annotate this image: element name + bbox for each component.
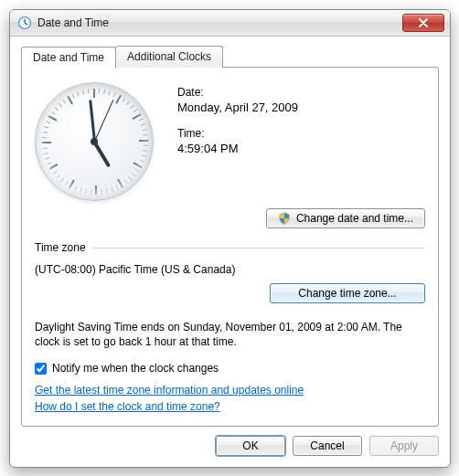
clock-tick-minor (140, 160, 144, 163)
analog-clock-container (35, 80, 172, 201)
clock-tick-minor (101, 190, 103, 195)
clock-hour-hand (92, 141, 111, 167)
cancel-button-label: Cancel (310, 439, 344, 452)
apply-button: Apply (369, 436, 439, 456)
clock-tick-minor (59, 103, 62, 107)
ok-button-label: OK (242, 439, 258, 452)
notify-row: Notify me when the clock changes (35, 362, 425, 375)
link-help-set-clock[interactable]: How do I set the clock and time zone? (35, 400, 220, 413)
timezone-header-label: Time zone (35, 241, 86, 254)
clock-tick-minor (42, 148, 47, 150)
divider (93, 248, 425, 249)
clock-tick-minor (55, 107, 59, 111)
date-value: Monday, April 27, 2009 (177, 100, 425, 114)
clock-tick-minor (91, 190, 92, 195)
tab-strip: Date and Time Additional Clocks (21, 46, 439, 68)
date-label: Date: (177, 86, 425, 99)
titlebar: Date and Time (10, 10, 450, 37)
clock-tick-minor (46, 121, 50, 123)
clock-tick-minor (99, 89, 101, 93)
time-value: 4:59:04 PM (177, 142, 425, 155)
analog-clock (35, 82, 154, 201)
tab-control: Date and Time Additional Clocks Date: (21, 46, 439, 427)
clock-tick-minor (139, 119, 144, 122)
window-title: Date and Time (37, 16, 109, 29)
clock-tick-minor (77, 91, 79, 96)
tab-date-and-time-label: Date and Time (33, 51, 104, 64)
link-timezone-updates[interactable]: Get the latest time zone information and… (35, 384, 304, 397)
clock-tick-minor (51, 111, 56, 115)
timezone-value: (UTC-08:00) Pacific Time (US & Canada) (35, 263, 425, 276)
clock-tick-minor (88, 89, 90, 93)
clock-icon (17, 16, 32, 30)
cancel-button[interactable]: Cancel (293, 436, 362, 456)
clock-tick-minor (143, 150, 147, 152)
clock-tick-major (115, 95, 122, 104)
ok-button[interactable]: OK (216, 436, 285, 456)
clock-tick-minor (144, 145, 148, 147)
clock-tick-major (93, 89, 95, 98)
clock-tick-minor (103, 90, 105, 94)
clock-tick-minor (82, 90, 84, 94)
clock-tick-major (67, 96, 73, 105)
clock-tick-major (133, 162, 143, 168)
clock-tick-minor (132, 173, 135, 176)
tab-date-and-time[interactable]: Date and Time (21, 47, 116, 69)
clock-minute-hand (89, 100, 96, 142)
clock-tick-minor (106, 188, 108, 193)
clock-tick-minor (133, 109, 138, 112)
clock-tick-major (48, 115, 58, 122)
clock-tick-minor (44, 126, 48, 128)
change-date-time-button[interactable]: Change date and time... (266, 208, 425, 228)
clock-tick-minor (43, 132, 48, 133)
clock-tick-minor (130, 105, 133, 109)
clock-tick-minor (142, 129, 146, 131)
change-time-zone-button-label: Change time zone... (298, 287, 396, 300)
clock-tick-minor (45, 157, 49, 159)
clock-hub (91, 138, 98, 145)
notify-checkbox[interactable] (35, 363, 47, 375)
clock-tick-major (49, 164, 59, 170)
dst-info-text: Daylight Saving Time ends on Sunday, Nov… (35, 320, 425, 349)
clock-tick-minor (126, 101, 130, 105)
clock-tick-major (42, 142, 51, 143)
change-date-time-button-label: Change date and time... (296, 212, 413, 225)
links-block: Get the latest time zone information and… (35, 384, 425, 417)
client-area: Date and Time Additional Clocks Date: (10, 37, 450, 467)
datetime-row: Date: Monday, April 27, 2009 Time: 4:59:… (35, 80, 425, 201)
clock-tick-minor (72, 93, 75, 98)
clock-tick-minor (123, 98, 126, 102)
clock-tick-major (133, 113, 142, 120)
clock-tick-minor (141, 123, 145, 125)
clock-tick-minor (111, 187, 112, 192)
clock-tick-minor (57, 175, 60, 178)
close-button[interactable] (402, 14, 444, 32)
clock-tick-minor (85, 189, 87, 194)
clock-tick-minor (144, 134, 148, 136)
tab-additional-clocks[interactable]: Additional Clocks (115, 46, 223, 68)
clock-second-hand (94, 100, 113, 142)
timezone-header: Time zone (35, 241, 425, 254)
clock-tick-minor (43, 153, 48, 154)
change-time-zone-button[interactable]: Change time zone... (270, 283, 425, 303)
shield-icon (278, 212, 291, 225)
clock-tick-minor (128, 176, 132, 180)
notify-label[interactable]: Notify me when the clock changes (52, 362, 219, 375)
tab-additional-clocks-label: Additional Clocks (127, 50, 211, 63)
time-label: Time: (177, 127, 425, 140)
clock-tick-minor (142, 154, 146, 156)
close-icon (418, 18, 429, 27)
clock-tick-major (117, 179, 123, 188)
clock-tick-minor (42, 137, 47, 139)
date-time-dialog: Date and Time Date and Time Additional C… (9, 9, 451, 468)
change-timezone-row: Change time zone... (35, 283, 425, 303)
clock-tick-major (69, 180, 75, 189)
clock-tick-minor (134, 169, 139, 173)
clock-tick-minor (65, 181, 69, 185)
clock-tick-minor (115, 185, 118, 190)
clock-tick-minor (60, 178, 64, 182)
clock-tick-minor (108, 90, 110, 95)
tab-panel-date-and-time: Date: Monday, April 27, 2009 Time: 4:59:… (21, 67, 439, 427)
datetime-info: Date: Monday, April 27, 2009 Time: 4:59:… (172, 80, 425, 201)
clock-tick-major (95, 185, 97, 195)
